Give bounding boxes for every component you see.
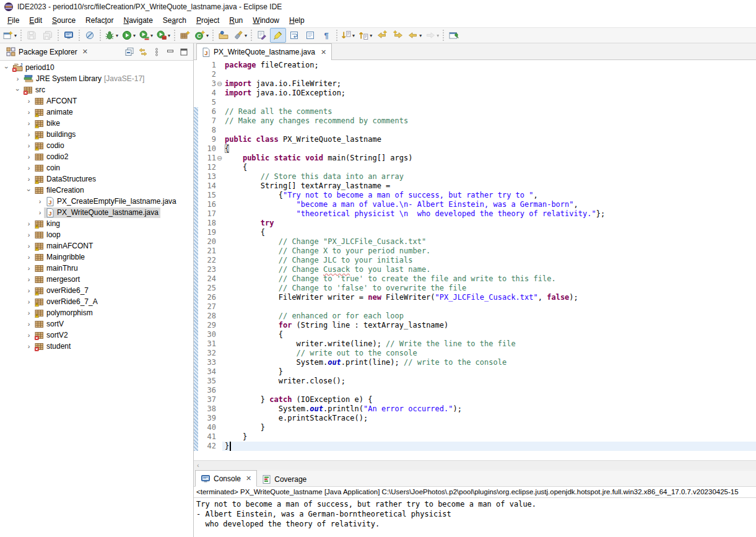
line-number[interactable]: 41: [199, 432, 216, 442]
line-number[interactable]: 38: [199, 404, 216, 414]
code-line-10[interactable]: {: [225, 144, 229, 154]
expand-arrow-icon[interactable]: ›: [25, 242, 33, 250]
line-number[interactable]: 24: [199, 274, 216, 284]
debug-button[interactable]: ▾: [103, 28, 120, 43]
scroll-left-icon[interactable]: ‹: [197, 461, 199, 469]
close-icon[interactable]: ✕: [80, 48, 90, 56]
code-line-3[interactable]: import java.io.FileWriter;: [225, 79, 341, 89]
code-line-20[interactable]: // Change "PX_JLCFile_Cusack.txt": [225, 237, 426, 247]
line-number[interactable]: 14: [199, 181, 216, 191]
tree-item-coin[interactable]: ›coin: [25, 162, 62, 173]
code-line-17[interactable]: "theoretical physicist \n who developed …: [225, 209, 605, 219]
tree-item-student[interactable]: ›student: [25, 341, 72, 352]
code-line-42[interactable]: }: [225, 442, 229, 451]
close-icon[interactable]: ✕: [321, 48, 326, 56]
tree-item-buildings[interactable]: ›buildings: [25, 129, 77, 140]
tab-package-explorer[interactable]: Package Explorer ✕: [2, 43, 93, 60]
menu-edit[interactable]: Edit: [24, 15, 47, 26]
line-number[interactable]: 39: [199, 414, 216, 423]
code-line-31[interactable]: writer.write(line); // Write the line to…: [225, 339, 516, 349]
code-line-39[interactable]: e.printStackTrace();: [225, 414, 368, 423]
tab-console[interactable]: Console✕: [195, 470, 257, 487]
expand-arrow-icon[interactable]: ›: [25, 331, 33, 339]
fold-collapse-icon[interactable]: ⊖: [217, 79, 223, 89]
line-number[interactable]: 5: [199, 98, 216, 107]
pin-editor-button[interactable]: [446, 28, 462, 43]
dropdown-arrow-icon[interactable]: ▾: [370, 33, 372, 38]
code-line-19[interactable]: {: [225, 228, 265, 237]
expand-arrow-icon[interactable]: ›: [25, 298, 33, 305]
toggle-block-selection-button[interactable]: [302, 28, 318, 43]
dropdown-arrow-icon[interactable]: ▾: [437, 33, 439, 38]
code-line-28[interactable]: // enhanced or for each loop: [225, 312, 404, 321]
code-line-13[interactable]: // Store this data into an array: [225, 172, 404, 181]
line-number[interactable]: 26: [199, 293, 216, 302]
close-icon[interactable]: ✕: [246, 474, 251, 482]
line-number[interactable]: 35: [199, 377, 216, 386]
code-line-34[interactable]: }: [225, 367, 283, 377]
menu-window[interactable]: Window: [248, 15, 284, 26]
tab-coverage[interactable]: Coverage: [257, 471, 311, 487]
menu-search[interactable]: Search: [158, 15, 191, 26]
expand-arrow-icon[interactable]: ›: [25, 97, 33, 105]
run-button[interactable]: ▾: [120, 28, 137, 43]
line-number[interactable]: 21: [199, 247, 216, 256]
expand-arrow-icon[interactable]: ›: [36, 198, 44, 205]
new-wizard-button[interactable]: ▾: [1, 28, 19, 43]
line-number[interactable]: 30: [199, 330, 216, 339]
tree-item-period10[interactable]: ›Jperiod10: [2, 62, 56, 73]
menu-file[interactable]: File: [2, 15, 24, 26]
tree-item-src[interactable]: ›src: [14, 84, 47, 95]
line-number[interactable]: 22: [199, 256, 216, 265]
code-line-18[interactable]: try: [225, 219, 274, 228]
code-line-25[interactable]: // Change to 'false' to overwrite the fi…: [225, 284, 466, 293]
line-number[interactable]: 2: [199, 70, 216, 79]
tree-item-filecreation[interactable]: ›fileCreation: [25, 185, 86, 196]
menu-navigate[interactable]: Navigate: [118, 15, 157, 26]
tree-item-px-writequote-lastname-java[interactable]: ›JPX_WriteQuote_lastname.java: [36, 207, 160, 218]
line-number[interactable]: 20: [199, 237, 216, 247]
expand-arrow-icon[interactable]: ›: [25, 131, 33, 138]
tree-item-sortv2[interactable]: ›sortV2: [25, 330, 70, 341]
tree-item-maingribble[interactable]: ›Maingribble: [25, 251, 87, 263]
code-line-1[interactable]: package fileCreation;: [225, 61, 319, 70]
line-number[interactable]: 3: [199, 79, 216, 89]
mark-occurrences-button[interactable]: [270, 28, 286, 43]
menu-help[interactable]: Help: [284, 15, 310, 26]
dropdown-arrow-icon[interactable]: ▾: [150, 33, 153, 38]
tree-item-animate[interactable]: ›animate: [25, 107, 75, 118]
new-java-class-button[interactable]: C▾: [193, 28, 211, 43]
line-number[interactable]: 4: [199, 89, 216, 98]
next-annotation-button[interactable]: ▾: [339, 28, 357, 43]
tree-item-codio[interactable]: ›codio: [25, 140, 66, 151]
profile-button[interactable]: ▾: [155, 28, 172, 43]
dropdown-arrow-icon[interactable]: ▾: [352, 33, 355, 38]
menu-refactor[interactable]: Refactor: [80, 15, 118, 26]
tree-item-afcont[interactable]: ›AFCONT: [25, 95, 79, 107]
line-number[interactable]: 17: [199, 209, 216, 219]
tree-item-bike[interactable]: ›bike: [25, 118, 62, 129]
new-java-project-button[interactable]: [177, 28, 193, 43]
tab-px-writequote-lastname[interactable]: J PX_WriteQuote_lastname.java ✕: [196, 43, 332, 60]
line-number[interactable]: 27: [199, 302, 216, 312]
line-number[interactable]: 42: [199, 442, 216, 451]
code-line-23[interactable]: // Change Cusack to you last name.: [225, 265, 430, 274]
expand-arrow-icon[interactable]: ›: [25, 164, 33, 172]
expand-arrow-icon[interactable]: ›: [25, 120, 33, 127]
previous-edit-location-button[interactable]: [374, 28, 390, 43]
line-number[interactable]: 11: [199, 154, 216, 163]
tree-item-override6-7[interactable]: ›overRide6_7: [25, 285, 90, 296]
dropdown-arrow-icon[interactable]: ▾: [206, 33, 209, 38]
line-number[interactable]: 36: [199, 386, 216, 395]
collapse-all-button[interactable]: [123, 46, 136, 58]
tree-item-mergesort[interactable]: ›mergesort: [25, 274, 82, 285]
line-number[interactable]: 1: [199, 61, 216, 70]
dropdown-arrow-icon[interactable]: ▾: [168, 33, 170, 38]
code-line-35[interactable]: writer.close();: [225, 377, 345, 386]
expand-arrow-icon[interactable]: ›: [25, 175, 33, 183]
line-number[interactable]: 7: [199, 116, 216, 126]
code-line-29[interactable]: for (String line : textArray_lastname): [225, 321, 448, 330]
code-line-15[interactable]: {"Try not to become a man of success, bu…: [225, 191, 538, 200]
line-number[interactable]: 13: [199, 172, 216, 181]
dropdown-arrow-icon[interactable]: ▾: [116, 33, 118, 38]
